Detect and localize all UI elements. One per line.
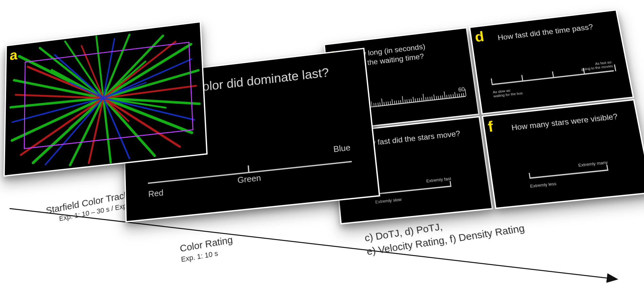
- panel-f-endtick: [606, 165, 609, 171]
- panel-d-tick: [552, 72, 554, 78]
- panel-d-tick: [614, 64, 616, 71]
- panel-f-density: f How many stars were visible? Extremly …: [482, 99, 644, 209]
- panel-c-question: How long (in seconds) was the waiting ti…: [351, 38, 462, 70]
- panel-label-f: f: [487, 118, 494, 135]
- panel-d-tick: [491, 78, 493, 85]
- panel-b-label-right: Blue: [333, 142, 351, 154]
- panel-a-starfield: a: [4, 21, 208, 177]
- panel-c-ruler-max: 60: [458, 86, 465, 93]
- panel-b-scale-tick-mid: [248, 165, 249, 173]
- panel-b-label-mid: Green: [237, 173, 261, 185]
- panel-e-label-right: Extremly fast: [426, 176, 451, 184]
- panel-label-d: d: [474, 28, 485, 45]
- panel-f-question: How many stars were visible?: [511, 110, 629, 133]
- diagram-stage: a Starfield Color Tracking Task Exp. 1: …: [0, 0, 644, 308]
- caption-b: Color Rating Exp. 1: 10 s: [178, 223, 236, 275]
- panel-f-scale[interactable]: [529, 169, 608, 179]
- panel-d-label-left: As slow as: waiting for the bus: [492, 87, 523, 99]
- panel-b-label-left: Red: [148, 188, 163, 199]
- panel-f-label-right: Extremly many: [578, 160, 608, 168]
- panel-d-question: How fast did the time pass?: [497, 20, 611, 43]
- panel-e-scale[interactable]: [375, 185, 451, 194]
- panel-f-endtick: [529, 173, 531, 179]
- panel-d-label-right: As fast as: going to the movies: [580, 60, 613, 72]
- panel-d-potj: d How fast did the time pass? As slow as…: [469, 9, 634, 115]
- panel-d-scale[interactable]: [492, 70, 614, 85]
- panel-f-label-left: Extremly less: [530, 181, 557, 189]
- panel-d-tick: [583, 68, 585, 75]
- tilted-layer: a Starfield Color Tracking Task Exp. 1: …: [11, 0, 644, 308]
- panel-e-label-left: Extremly slow: [375, 197, 402, 205]
- panel-d-tick: [521, 75, 523, 81]
- panel-label-c: c: [328, 46, 338, 62]
- panel-e-endtick: [450, 181, 451, 187]
- panel-label-a: a: [10, 47, 18, 64]
- panel-e-question: How fast did the stars move?: [360, 127, 474, 150]
